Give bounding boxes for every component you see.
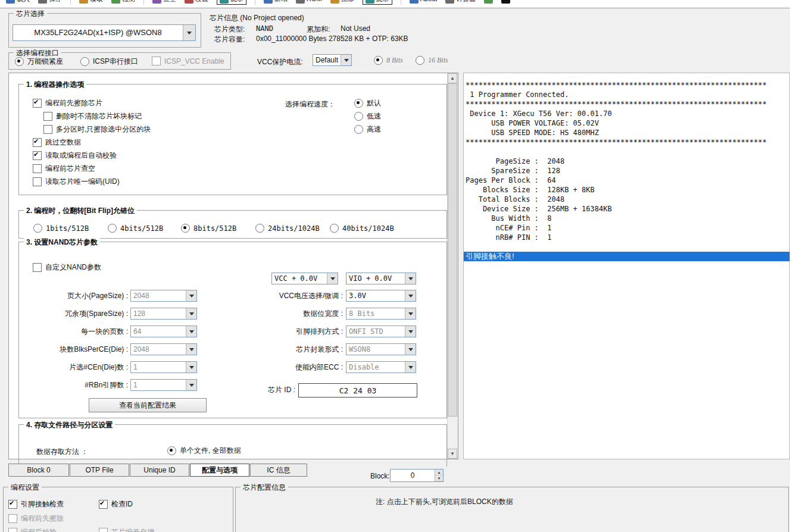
toolbar-chip-icon-button[interactable] — [484, 0, 493, 4]
tab-block0[interactable]: Block 0 — [8, 464, 69, 477]
toolbar-burn-button[interactable]: 烧录 — [363, 0, 392, 5]
radio-label: 1bits/512B — [46, 224, 89, 233]
scroll-up-icon[interactable]: ▲ — [448, 73, 457, 83]
toolbar-calculator-button[interactable]: 计算器 — [445, 0, 476, 4]
radio-label: ICSP串行接口 — [93, 57, 138, 67]
chevron-down-icon[interactable] — [186, 380, 196, 390]
radio-bitflip-40[interactable]: 40bits/1024B — [330, 224, 394, 233]
vcc-voltage-combo[interactable]: 3.0V — [346, 290, 416, 302]
radio-speed-low[interactable]: 低速 — [354, 111, 381, 121]
checkbox-custom-nand-params[interactable]: 自定义NAND参数 — [33, 262, 101, 273]
sparesize-combo[interactable]: 128 — [130, 308, 197, 320]
checkbox-skip-blank-data[interactable]: 跳过空数据 — [33, 137, 81, 148]
chevron-down-icon[interactable] — [186, 344, 196, 355]
radio-universal-socket[interactable]: 万能锁紧座 — [15, 57, 63, 67]
ce-count-combo[interactable]: 1 — [130, 361, 197, 373]
toolbar-load-button[interactable]: 载入 — [6, 0, 30, 4]
chip-select-combo[interactable]: MX35LF2G24AD(x1+ISP) @WSON8 — [13, 24, 196, 41]
toolbar-verify-button[interactable]: 校验 — [185, 0, 208, 4]
toolbar-about-button[interactable]: About — [410, 0, 438, 4]
view-config-button[interactable]: 查看当前配置结果 — [89, 398, 207, 412]
chevron-down-icon[interactable] — [186, 290, 196, 301]
rbn-pins-combo[interactable]: 1 — [130, 379, 197, 391]
checkbox-pin-contact-check[interactable]: 引脚接触检查 — [8, 499, 64, 509]
radio-icsp-serial[interactable]: ICSP串行接口 — [80, 57, 138, 67]
checkbox-serial-auto-increment[interactable]: 芯片编号自增 — [99, 527, 154, 532]
data-bus-width-label: 数据位宽度 : — [235, 308, 343, 320]
toolbar-new-button[interactable]: 新增 — [264, 0, 288, 4]
checkbox-icon — [8, 514, 17, 523]
radio-label: 8 Bits — [386, 56, 403, 65]
checkbox-auto-verify[interactable]: 读取或编程后自动校验 — [33, 151, 117, 161]
toolbar-power-button[interactable] — [501, 0, 510, 4]
tab-ic-info[interactable]: IC 信息 — [250, 464, 307, 477]
spin-up-icon[interactable]: ▲ — [435, 470, 443, 475]
scrollbar-thumb[interactable] — [448, 83, 457, 417]
toolbar-separator — [255, 0, 255, 5]
checkbox-icsp-vcc-enable[interactable]: ICSP_VCC Enable — [152, 57, 224, 65]
spin-down-icon[interactable]: ▼ — [435, 475, 443, 481]
vio-offset-combo[interactable]: VIO + 0.0V — [346, 273, 416, 284]
radio-bitflip-1[interactable]: 1bits/512B — [33, 224, 89, 233]
radio-16bits[interactable]: 16 Bits — [416, 56, 448, 65]
chevron-down-icon[interactable] — [405, 344, 416, 355]
toolbar-test-button[interactable]: 检测 — [111, 0, 135, 4]
blocks-per-ce-combo[interactable]: 2048 — [130, 343, 197, 355]
block-spinner[interactable]: 0 ▲ ▼ — [390, 469, 444, 482]
pagesize-combo[interactable]: 2048 — [130, 290, 197, 302]
pinout-mode-combo[interactable]: ONFI STD — [346, 326, 416, 337]
chip-config-title: 芯片配置信息 — [241, 483, 288, 493]
chevron-down-icon[interactable] — [186, 326, 196, 337]
chevron-down-icon[interactable] — [405, 362, 416, 373]
radio-single-file-all-data[interactable]: 单个文件, 全部数据 — [167, 446, 241, 456]
data-bus-width-combo[interactable]: 8 Bits — [346, 308, 416, 320]
spinner-arrows[interactable]: ▲ ▼ — [435, 470, 443, 481]
tab-otp-file[interactable]: OTP File — [70, 464, 129, 477]
checkbox-erase-selected-partition[interactable]: 多分区时,只擦除选中分区的块 — [43, 124, 151, 134]
scroll-down-icon[interactable]: ▼ — [448, 449, 457, 459]
toolbar: 载入 保存 读取 检测 查空 校验 烧录 新增 ROM 擦除 烧录 About … — [0, 0, 790, 8]
chevron-down-icon[interactable] — [186, 362, 196, 373]
checkbox-erase-first[interactable]: 编程前先擦除 — [8, 514, 64, 524]
radio-bitflip-8[interactable]: 8bits/512B — [181, 224, 236, 233]
chevron-down-icon[interactable] — [405, 326, 416, 337]
vcc-offset-combo[interactable]: VCC + 0.0V — [271, 273, 338, 284]
radio-icon — [181, 224, 190, 233]
toolbar-rom-button[interactable]: ROM — [296, 0, 322, 4]
checkbox-check-id[interactable]: 检查ID — [99, 499, 133, 509]
chevron-down-icon[interactable] — [186, 308, 196, 319]
tab-unique-id[interactable]: Unique ID — [130, 464, 189, 477]
checkbox-erase-before-program[interactable]: 编程前先擦除芯片 — [33, 98, 102, 108]
chevron-down-icon[interactable] — [405, 308, 416, 319]
sparesize-label: 冗余项(SpareSize) : — [18, 308, 128, 320]
chip-id-label: 芯片 ID : — [235, 384, 295, 396]
radio-bitflip-4[interactable]: 4bits/512B — [108, 224, 163, 233]
checkbox-blankcheck-before-program[interactable]: 编程前芯片查空 — [33, 164, 95, 174]
radio-bitflip-24[interactable]: 24bits/1024B — [255, 224, 320, 233]
checkbox-icon — [99, 500, 108, 509]
vertical-scrollbar[interactable]: ▲ ▼ — [447, 73, 458, 459]
chevron-down-icon[interactable] — [341, 55, 351, 65]
chevron-down-icon[interactable] — [183, 25, 195, 40]
package-combo[interactable]: WSON8 — [346, 343, 416, 355]
vcc-current-combo[interactable]: Default — [313, 54, 352, 66]
pages-per-block-combo[interactable]: 64 — [130, 326, 197, 337]
radio-speed-high[interactable]: 高速 — [354, 124, 381, 134]
toolbar-erase-button[interactable]: 擦除 — [330, 0, 354, 4]
tab-config-options[interactable]: 配置与选项 — [190, 464, 249, 477]
about-icon — [410, 0, 419, 4]
checkbox-verify-after-program[interactable]: 编程后校验 — [8, 527, 57, 532]
internal-ecc-combo[interactable]: Disable — [346, 361, 416, 373]
radio-speed-default[interactable]: 默认 — [354, 98, 381, 108]
checkbox-keep-badblock-marks[interactable]: 删除时不清除芯片坏块标记 — [43, 111, 142, 121]
radio-8bits[interactable]: 8 Bits — [374, 56, 403, 65]
checkbox-label: 检查ID — [111, 499, 133, 509]
chevron-down-icon[interactable] — [405, 273, 416, 284]
toolbar-program-button[interactable]: 烧录 — [217, 0, 246, 5]
chevron-down-icon[interactable] — [405, 290, 416, 301]
toolbar-blankcheck-button[interactable]: 查空 — [152, 0, 176, 4]
chevron-down-icon[interactable] — [327, 273, 338, 284]
toolbar-read-button[interactable]: 读取 — [79, 0, 103, 4]
toolbar-save-button[interactable]: 保存 — [38, 0, 62, 4]
checkbox-read-uid[interactable]: 读取芯片唯一编码(UID) — [33, 177, 120, 187]
